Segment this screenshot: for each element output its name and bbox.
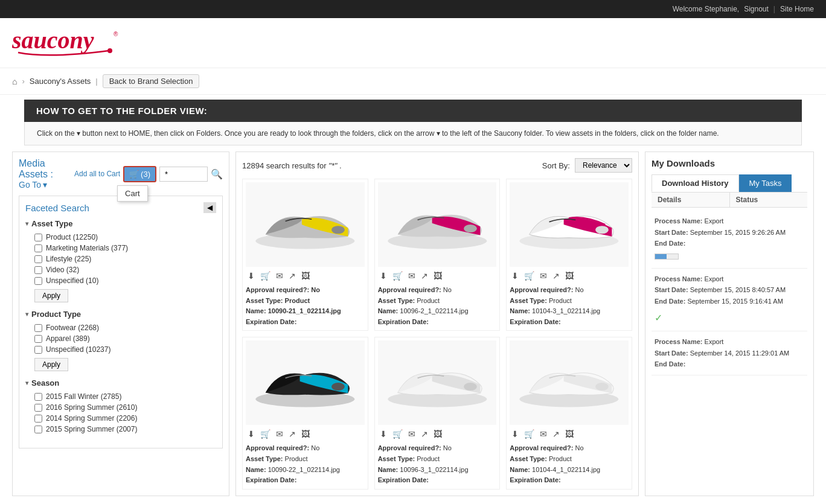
downloads-sub-header: Details Status	[652, 193, 807, 208]
product-type-unspecified-checkbox[interactable]	[34, 346, 42, 354]
season-2016ss-checkbox[interactable]	[34, 404, 42, 412]
filter-item: 2014 Spring Summer (2206)	[25, 413, 216, 424]
downloads-tabs: Download History My Tasks	[652, 174, 807, 193]
shoe-svg	[246, 182, 365, 267]
asset-type-video-checkbox[interactable]	[34, 266, 42, 274]
cart-icon: 🛒	[129, 170, 139, 179]
signout-link[interactable]: Signout	[744, 5, 769, 13]
svg-point-4	[331, 226, 345, 234]
product-info: Approval required?: No Asset Type: Produ…	[510, 285, 629, 327]
season-2015fw-checkbox[interactable]	[34, 393, 42, 401]
site-home-link[interactable]: Site Home	[780, 5, 814, 13]
cart-add-icon-btn[interactable]: 🛒	[258, 270, 272, 282]
cart-count: (3)	[141, 170, 150, 179]
saucony-logo-svg: saucony ®	[12, 25, 127, 59]
svg-point-10	[331, 383, 345, 391]
go-to-button[interactable]: Go To ▾	[19, 180, 47, 190]
product-image	[510, 182, 629, 267]
filter-item: Unspecified (10237)	[25, 344, 216, 355]
asset-type-marketing-checkbox[interactable]	[34, 244, 42, 252]
season-2015ss-checkbox[interactable]	[34, 426, 42, 433]
saucony-assets-link[interactable]: Saucony's Assets	[30, 77, 91, 86]
right-panel: My Downloads Download History My Tasks D…	[645, 152, 814, 496]
main-content: Media Assets : Go To ▾ Add all to Cart 🛒…	[0, 152, 826, 496]
share-icon-btn[interactable]: ↗	[287, 270, 298, 282]
product-type-header[interactable]: ▾ Product Type	[25, 310, 216, 319]
share-icon-btn[interactable]: ↗	[419, 428, 430, 440]
download-entry: Process Name: Export Start Date: Septemb…	[652, 269, 807, 331]
filter-item: Apparel (389)	[25, 333, 216, 344]
asset-type-lifestyle-checkbox[interactable]	[34, 255, 42, 263]
svg-text:saucony: saucony	[12, 27, 94, 54]
cart-add-icon-btn[interactable]: 🛒	[258, 428, 272, 440]
asset-type-items: Product (12250) Marketing Materials (377…	[25, 232, 216, 286]
season-2014ss-checkbox[interactable]	[34, 415, 42, 423]
email-icon-btn[interactable]: ✉	[538, 428, 549, 440]
cart-add-icon-btn[interactable]: 🛒	[522, 270, 536, 282]
cart-add-icon-btn[interactable]: 🛒	[522, 428, 536, 440]
share-icon-btn[interactable]: ↗	[419, 270, 430, 282]
asset-type-product-checkbox[interactable]	[34, 234, 42, 241]
search-input[interactable]	[159, 167, 208, 182]
sort-select[interactable]: Relevance Date Name	[575, 158, 632, 173]
svg-text:®: ®	[114, 31, 118, 37]
product-card: ⬇ 🛒 ✉ ↗ 🖼 Approval required?: No Asset T…	[374, 179, 501, 331]
filter-item: 2016 Spring Summer (2610)	[25, 402, 216, 413]
email-icon-btn[interactable]: ✉	[538, 270, 549, 282]
download-icon-btn[interactable]: ⬇	[510, 428, 520, 440]
back-to-brand-link[interactable]: Back to Brand Selection	[103, 74, 200, 88]
share-icon-btn[interactable]: ↗	[551, 270, 562, 282]
download-icon-btn[interactable]: ⬇	[378, 270, 389, 282]
asset-type-header[interactable]: ▾ Asset Type	[25, 219, 216, 228]
email-icon-btn[interactable]: ✉	[274, 428, 285, 440]
asset-type-unspecified-checkbox[interactable]	[34, 277, 42, 285]
image-icon-btn[interactable]: 🖼	[432, 270, 444, 282]
email-icon-btn[interactable]: ✉	[274, 270, 285, 282]
info-banner-text: Click on the ▾ button next to HOME, then…	[24, 122, 802, 145]
products-grid: ⬇ 🛒 ✉ ↗ 🖼 Approval required?: No Asset T…	[242, 179, 632, 490]
filter-item: Lifestyle (225)	[25, 254, 216, 264]
cart-button[interactable]: 🛒 (3)	[123, 166, 156, 182]
image-icon-btn[interactable]: 🖼	[563, 428, 575, 440]
cart-tooltip: Cart	[117, 185, 148, 202]
loading-bar	[655, 254, 679, 260]
product-type-apply-button[interactable]: Apply	[34, 358, 68, 371]
svg-point-14	[595, 383, 609, 391]
share-icon-btn[interactable]: ↗	[287, 428, 298, 440]
download-icon-btn[interactable]: ⬇	[510, 270, 520, 282]
results-count: 12894 search results for "*" .	[242, 161, 342, 170]
my-tasks-tab[interactable]: My Tasks	[739, 174, 792, 192]
svg-point-6	[464, 225, 477, 232]
breadcrumb: ⌂ › Saucony's Assets | Back to Brand Sel…	[0, 68, 826, 95]
season-header[interactable]: ▾ Season	[25, 378, 216, 388]
results-header: 12894 search results for "*" . Sort By: …	[242, 158, 632, 173]
faceted-search-title: Faceted Search ◀	[25, 202, 216, 213]
email-icon-btn[interactable]: ✉	[406, 428, 417, 440]
download-icon-btn[interactable]: ⬇	[246, 428, 257, 440]
product-type-apparel-checkbox[interactable]	[34, 335, 42, 343]
product-type-footwear-checkbox[interactable]	[34, 324, 42, 332]
product-actions: ⬇ 🛒 ✉ ↗ 🖼	[378, 267, 497, 285]
share-icon-btn[interactable]: ↗	[551, 428, 562, 440]
image-icon-btn[interactable]: 🖼	[432, 428, 444, 440]
download-icon-btn[interactable]: ⬇	[246, 270, 257, 282]
image-icon-btn[interactable]: 🖼	[299, 428, 312, 440]
image-icon-btn[interactable]: 🖼	[299, 270, 312, 282]
shoe-svg	[510, 182, 629, 267]
home-icon[interactable]: ⌂	[12, 77, 17, 86]
download-history-tab[interactable]: Download History	[652, 174, 739, 192]
email-icon-btn[interactable]: ✉	[406, 270, 417, 282]
cart-add-icon-btn[interactable]: 🛒	[391, 428, 405, 440]
product-actions: ⬇ 🛒 ✉ ↗ 🖼	[246, 267, 365, 285]
product-image	[378, 340, 497, 425]
product-info: Approval required?: No Asset Type: Produ…	[378, 443, 497, 485]
product-image	[378, 182, 497, 267]
image-icon-btn[interactable]: 🖼	[563, 270, 575, 282]
cart-add-icon-btn[interactable]: 🛒	[391, 270, 405, 282]
asset-type-apply-button[interactable]: Apply	[34, 289, 68, 302]
download-icon-btn[interactable]: ⬇	[378, 428, 389, 440]
search-button[interactable]: 🔍	[211, 168, 223, 180]
faceted-search-collapse[interactable]: ◀	[203, 202, 216, 213]
asset-type-section: ▾ Asset Type Product (12250) Marketing M…	[25, 219, 216, 302]
add-all-to-cart-link[interactable]: Add all to Cart	[74, 170, 120, 178]
